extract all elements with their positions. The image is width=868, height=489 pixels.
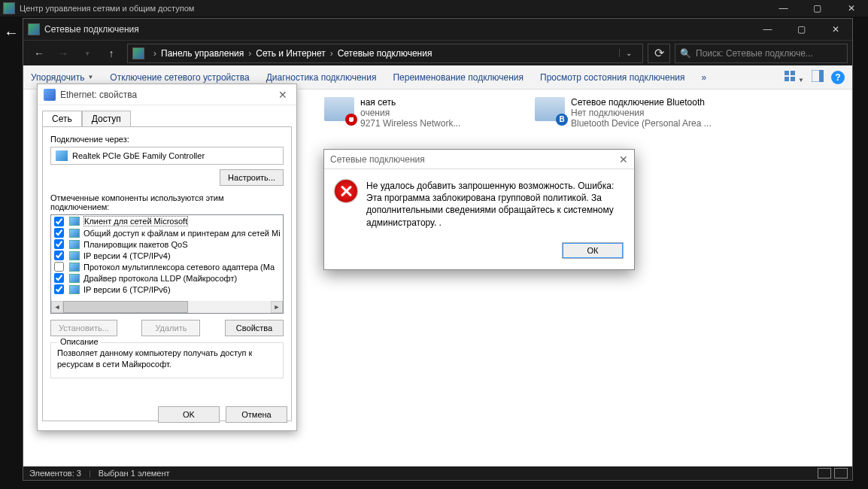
error-close-button[interactable]: ✕ <box>619 153 628 166</box>
tab-network-panel: Подключение через: Realtek PCIe GbE Fami… <box>42 126 292 421</box>
install-button[interactable]: Установить... <box>50 320 117 336</box>
connection-state: очения <box>360 108 460 118</box>
outer-minimize-button[interactable]: — <box>766 0 800 17</box>
organize-menu[interactable]: Упорядочить ▼ <box>31 72 93 83</box>
component-checkbox[interactable] <box>54 262 64 272</box>
component-label: Общий доступ к файлам и принтерам для се… <box>83 229 281 238</box>
nav-back-button[interactable]: ← <box>28 44 50 63</box>
error-title: Сетевые подключения <box>330 154 425 165</box>
address-bar[interactable]: › Панель управления › Сеть и Интернет › … <box>127 44 643 63</box>
component-icon <box>69 274 80 283</box>
component-label: IP версии 6 (TCP/IPv6) <box>83 285 171 294</box>
inner-minimize-button[interactable]: — <box>751 19 785 40</box>
scroll-left-button[interactable]: ◄ <box>51 301 63 313</box>
help-button[interactable]: ? <box>831 71 845 84</box>
status-bar: Элементов: 3 | Выбран 1 элемент <box>23 466 852 480</box>
component-icon <box>69 217 80 226</box>
inner-window-title: Сетевые подключения <box>44 24 139 35</box>
disable-device-button[interactable]: Отключение сетевого устройства <box>110 72 249 83</box>
component-row[interactable]: Планировщик пакетов QoS <box>51 238 283 250</box>
connection-adapter: 9271 Wireless Network... <box>360 118 460 129</box>
address-dropdown[interactable]: ⌄ <box>619 49 638 57</box>
connection-name: ная сеть <box>360 97 460 108</box>
component-checkbox[interactable] <box>54 251 64 260</box>
uninstall-button[interactable]: Удалить <box>141 320 200 336</box>
svg-rect-0 <box>785 71 789 75</box>
control-panel-icon <box>3 2 15 14</box>
connection-item[interactable]: ная сеть очения 9271 Wireless Network... <box>324 97 512 129</box>
inner-maximize-button[interactable]: ▢ <box>785 19 818 40</box>
tab-access[interactable]: Доступ <box>82 111 131 127</box>
tab-network[interactable]: Сеть <box>42 111 82 127</box>
component-checkbox[interactable] <box>54 228 64 238</box>
status-selection: Выбран 1 элемент <box>99 469 170 478</box>
error-message: Не удалось добавить запрошенную возможно… <box>366 180 624 229</box>
error-ok-button[interactable]: ОК <box>562 242 624 259</box>
preview-pane-button[interactable] <box>812 70 824 84</box>
properties-title: Ethernet: свойства <box>60 90 137 100</box>
component-label: IP версии 4 (TCP/IPv4) <box>83 251 171 260</box>
horizontal-scrollbar[interactable]: ◄ ► <box>51 301 283 313</box>
scrollbar-thumb[interactable] <box>63 301 188 313</box>
components-label: Отмеченные компоненты используются этим … <box>50 193 284 211</box>
refresh-button[interactable]: ⟳ <box>648 44 670 63</box>
component-label: Клиент для сетей Microsoft <box>83 216 188 226</box>
inner-titlebar: Сетевые подключения — ▢ ✕ <box>23 19 852 40</box>
properties-titlebar: Ethernet: свойства ✕ <box>38 84 296 105</box>
properties-ok-button[interactable]: OK <box>158 406 220 423</box>
outer-close-button[interactable]: ✕ <box>834 0 868 17</box>
component-properties-button[interactable]: Свойства <box>225 320 284 336</box>
svg-rect-3 <box>791 77 795 81</box>
svg-rect-1 <box>791 71 795 75</box>
breadcrumb-item[interactable]: Сеть и Интернет <box>256 48 325 59</box>
nic-icon <box>56 150 68 161</box>
component-icon <box>69 285 80 294</box>
outer-maximize-button[interactable]: ▢ <box>800 0 834 17</box>
outer-window-title: Центр управления сетями и общим доступом <box>20 4 194 13</box>
status-count: Элементов: 3 <box>29 469 81 478</box>
nav-forward-button[interactable]: → <box>52 44 74 63</box>
component-checkbox[interactable] <box>54 273 64 283</box>
rename-button[interactable]: Переименование подключения <box>393 72 524 83</box>
nav-history-dropdown[interactable]: ▾ <box>76 44 99 63</box>
connection-item[interactable]: Сетевое подключение Bluetooth Нет подклю… <box>535 97 723 129</box>
breadcrumb-item[interactable]: Панель управления <box>161 48 244 59</box>
component-checkbox[interactable] <box>54 239 64 249</box>
inner-close-button[interactable]: ✕ <box>818 19 852 40</box>
view-large-icon[interactable] <box>834 468 848 478</box>
search-placeholder: Поиск: Сетевые подключе... <box>696 48 813 59</box>
component-row[interactable]: Протокол мультиплексора сетевого адаптер… <box>51 261 283 272</box>
outer-back-button[interactable]: ← <box>0 18 23 47</box>
component-label: Протокол мультиплексора сетевого адаптер… <box>83 263 275 272</box>
component-checkbox[interactable] <box>54 217 64 226</box>
breadcrumb-item[interactable]: Сетевые подключения <box>338 48 432 59</box>
component-row[interactable]: IP версии 6 (TCP/IPv6) <box>51 284 283 295</box>
component-row[interactable]: Клиент для сетей Microsoft <box>51 215 283 227</box>
error-titlebar: Сетевые подключения ✕ <box>324 150 634 169</box>
component-label: Драйвер протокола LLDP (Майкрософт) <box>83 274 237 283</box>
nav-up-button[interactable]: ↑ <box>100 44 123 63</box>
search-box[interactable]: 🔍 Поиск: Сетевые подключе... <box>675 44 848 63</box>
view-details-icon[interactable] <box>818 468 831 478</box>
component-row[interactable]: Общий доступ к файлам и принтерам для се… <box>51 227 283 238</box>
view-mode-button[interactable]: ▼ <box>784 70 804 84</box>
scroll-right-button[interactable]: ► <box>271 301 283 313</box>
outer-window-titlebar: Центр управления сетями и общим доступом… <box>0 0 868 17</box>
toolbar-overflow[interactable]: » <box>702 72 707 83</box>
component-row[interactable]: IP версии 4 (TCP/IPv4) <box>51 250 283 261</box>
properties-cancel-button[interactable]: Отмена <box>226 406 287 423</box>
diagnose-button[interactable]: Диагностика подключения <box>266 72 377 83</box>
component-icon <box>69 263 80 272</box>
view-status-button[interactable]: Просмотр состояния подключения <box>540 72 684 83</box>
breadcrumb-sep: › <box>330 48 333 59</box>
bluetooth-icon <box>535 97 565 127</box>
component-checkbox[interactable] <box>54 284 64 294</box>
svg-rect-2 <box>785 77 789 81</box>
components-listbox[interactable]: Клиент для сетей MicrosoftОбщий доступ к… <box>50 214 284 314</box>
properties-close-button[interactable]: ✕ <box>275 89 290 101</box>
configure-button[interactable]: Настроить... <box>220 169 284 186</box>
component-icon <box>69 251 80 260</box>
component-icon <box>69 240 80 249</box>
connection-name: Сетевое подключение Bluetooth <box>571 97 712 108</box>
component-row[interactable]: Драйвер протокола LLDP (Майкрософт) <box>51 272 283 284</box>
